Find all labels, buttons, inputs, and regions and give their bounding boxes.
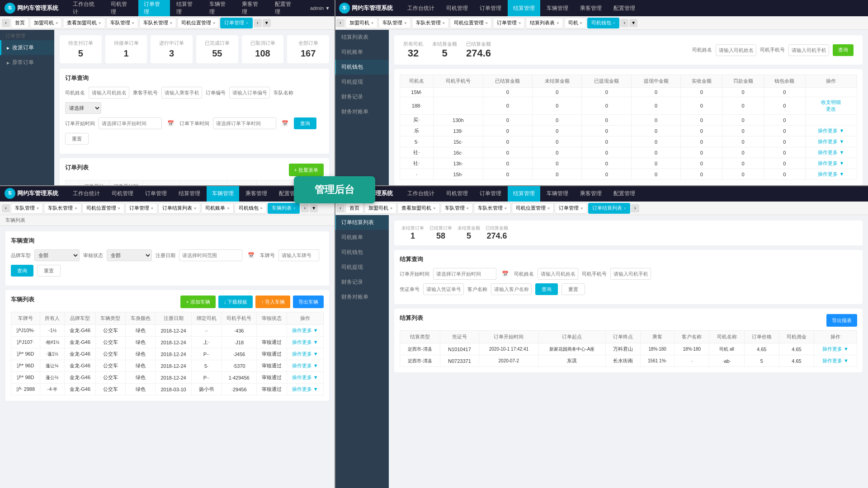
q2-sidebar-settle-list[interactable]: 结算列表表 — [335, 30, 389, 45]
q4-nav-passenger[interactable]: 乘客管理 — [575, 185, 607, 202]
q2-phone-input[interactable] — [788, 44, 829, 56]
q3-download-template-btn[interactable]: ↓ 下载模板 — [218, 296, 253, 308]
q1-driver-name-input[interactable] — [89, 87, 129, 99]
q2-sidebar-withdraw[interactable]: 司机提现 — [335, 75, 389, 89]
q3-reset-btn[interactable]: 重置 — [37, 265, 61, 277]
q3-add-vehicle-btn[interactable]: + 添加车辆 — [180, 296, 215, 308]
q3-nav-vehicle[interactable]: 车辆管理 — [207, 185, 239, 202]
q3-tab-menu[interactable]: ▼ — [310, 204, 318, 212]
q3-more-btn-5[interactable]: 操作更多 ▼ — [292, 375, 318, 380]
q2-nav-vehicle[interactable]: 车辆管理 — [541, 0, 574, 16]
q3-more-btn-6[interactable]: 操作更多 ▼ — [292, 386, 318, 392]
q2-tab-join[interactable]: 加盟司机 × — [345, 18, 377, 28]
q4-sidebar-driver-bill[interactable]: 司机账单 — [335, 230, 389, 245]
q1-admin[interactable]: admin ▼ — [310, 5, 330, 11]
q2-nav-stats[interactable]: 工作台统计 — [402, 0, 440, 16]
q3-tab-order[interactable]: 订单管理 × — [125, 203, 157, 214]
q2-nav-config[interactable]: 配置管理 — [608, 0, 641, 16]
q2-tab-team[interactable]: 车队管理 × — [378, 18, 410, 28]
q1-tab-order[interactable]: 订单管理 × — [220, 18, 252, 28]
q1-tab-join[interactable]: 加盟司机 × — [30, 18, 62, 28]
q2-nav-driver[interactable]: 司机管理 — [441, 0, 473, 16]
q1-passenger-phone-input[interactable] — [161, 87, 202, 99]
q1-tab-next[interactable]: › — [254, 19, 262, 27]
q2-sidebar-wallet[interactable]: 司机钱包 — [335, 60, 389, 75]
q1-nav-driver[interactable]: 司机管理 — [105, 0, 137, 16]
q2-cashflow-btn-2[interactable]: 收支明细 — [821, 99, 841, 105]
q4-tab-next[interactable]: › — [631, 204, 639, 212]
q2-tab-next[interactable]: › — [620, 19, 628, 27]
q4-search-btn[interactable]: 查询 — [535, 283, 558, 295]
q1-tab-teamlead[interactable]: 车队长管理 × — [139, 18, 176, 28]
q1-sidebar-reassign[interactable]: ▸ 改派订单 — [0, 40, 54, 55]
q3-tab-vehicles[interactable]: 车辆列表 × — [268, 203, 300, 214]
q1-tab-home[interactable]: 首页 — [11, 18, 29, 28]
q4-tab-team[interactable]: 车队管理 × — [441, 203, 473, 214]
q2-nav-passenger[interactable]: 乘客管理 — [575, 0, 607, 16]
q3-export-btn[interactable]: 导出车辆 — [293, 296, 324, 308]
q2-sidebar-reconcile[interactable]: 财务对账单 — [335, 104, 389, 119]
q1-tab-team[interactable]: 车队管理 × — [106, 18, 138, 28]
q3-import-btn[interactable]: ↑ 导入车辆 — [255, 296, 290, 308]
q3-tab-bill[interactable]: 司机账单 × — [201, 203, 233, 214]
q4-export-btn[interactable]: 导出报表 — [826, 314, 857, 327]
q1-nav-stats[interactable]: 工作台统计 — [67, 0, 104, 16]
q1-tab-location[interactable]: 司机位置管理 × — [177, 18, 219, 28]
q2-tab-prev[interactable]: ‹ — [336, 19, 344, 27]
q1-end-time-input[interactable] — [213, 117, 276, 129]
q1-nav-config[interactable]: 配置管理 — [269, 0, 302, 16]
q4-nav-driver[interactable]: 司机管理 — [441, 185, 473, 202]
q2-tab-settle-list[interactable]: 结算列表表 × — [526, 18, 563, 28]
q3-tab-location[interactable]: 司机位置管理 × — [82, 203, 124, 214]
q4-more-btn-2[interactable]: 操作更多 ▼ — [822, 358, 849, 363]
q3-tab-settle[interactable]: 订单结算列表 × — [158, 203, 200, 214]
q4-nav-vehicle[interactable]: 车辆管理 — [541, 185, 574, 202]
q1-batch-assign-btn[interactable]: + 批量派单 — [289, 164, 324, 176]
q3-audit-select[interactable]: 全部 — [107, 249, 152, 261]
q4-start-time-input[interactable] — [433, 268, 496, 280]
q2-more-btn-4[interactable]: 操作更多 ▼ — [818, 128, 844, 133]
q4-nav-stats[interactable]: 工作台统计 — [402, 185, 440, 202]
q3-more-btn-4[interactable]: 操作更多 ▼ — [292, 363, 318, 368]
q1-reset-btn[interactable]: 重置 — [65, 133, 89, 145]
q1-search-btn[interactable]: 查询 — [294, 117, 316, 129]
q3-nav-stats[interactable]: 工作台统计 — [67, 185, 105, 202]
q1-sidebar-abnormal[interactable]: ▸ 异常订单 — [0, 55, 54, 70]
q4-tab-location[interactable]: 司机位置管理 × — [512, 203, 554, 214]
q3-brand-select[interactable]: 全部 — [34, 249, 80, 261]
q4-more-btn-1[interactable]: 操作更多 ▼ — [822, 346, 849, 352]
q1-nav-passenger[interactable]: 乘客管理 — [236, 0, 269, 16]
q2-more-btn-7[interactable]: 操作更多 ▼ — [818, 160, 844, 166]
q1-tab-prev[interactable]: ‹ — [2, 19, 10, 27]
q3-tab-team[interactable]: 车队管理 × — [11, 203, 43, 214]
q4-sidebar-reconcile[interactable]: 财务对账单 — [335, 290, 389, 305]
q2-tab-driver[interactable]: 司机 × — [564, 18, 586, 28]
q3-tab-wallet[interactable]: 司机钱包 × — [235, 203, 267, 214]
q4-sidebar-finance[interactable]: 财务记录 — [335, 275, 389, 290]
q2-nav-order[interactable]: 订单管理 — [474, 0, 507, 16]
q4-sidebar-settle-list[interactable]: 订单结算列表 — [335, 215, 389, 230]
q2-driver-name-input[interactable] — [716, 44, 756, 56]
q2-tab-wallet[interactable]: 司机钱包 × — [587, 18, 619, 28]
q2-sidebar-finance[interactable]: 财务记录 — [335, 89, 389, 104]
q2-tab-menu[interactable]: ▼ — [629, 19, 637, 27]
q3-plate-input[interactable] — [278, 249, 319, 261]
q3-tab-prev[interactable]: ‹ — [2, 204, 10, 212]
q2-change-btn-2[interactable]: 更改 — [826, 106, 836, 112]
q4-tab-teamlead[interactable]: 车队长管理 × — [474, 203, 511, 214]
q1-team-select[interactable]: 请选择 — [65, 102, 101, 114]
q1-tab-menu[interactable]: ▼ — [263, 19, 271, 27]
q3-nav-passenger[interactable]: 乘客管理 — [240, 185, 273, 202]
q3-search-btn[interactable]: 查询 — [11, 265, 33, 277]
q3-tab-teamlead[interactable]: 车队长管理 × — [44, 203, 81, 214]
q4-customer-input[interactable] — [491, 283, 532, 295]
q4-nav-config[interactable]: 配置管理 — [608, 185, 641, 202]
q4-tab-settle-list[interactable]: 订单结算列表 × — [588, 203, 630, 214]
q4-nav-settle[interactable]: 结算管理 — [508, 185, 540, 202]
q2-tab-order[interactable]: 订单管理 × — [493, 18, 525, 28]
q3-more-btn-3[interactable]: 操作更多 ▼ — [292, 351, 318, 357]
q3-nav-driver[interactable]: 司机管理 — [106, 185, 139, 202]
q3-more-btn-1[interactable]: 操作更多 ▼ — [292, 328, 318, 333]
q2-tab-teamlead[interactable]: 车队长管理 × — [412, 18, 449, 28]
q4-tab-view-join[interactable]: 查看加盟司机 × — [397, 203, 439, 214]
